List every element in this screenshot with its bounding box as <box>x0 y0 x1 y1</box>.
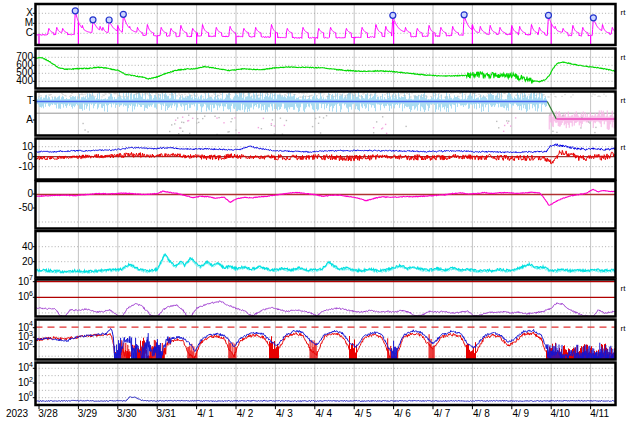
speckle <box>188 120 189 121</box>
flare-marker <box>72 8 78 14</box>
gray-speckle <box>462 96 463 97</box>
gray-speckle <box>370 95 371 96</box>
speckle <box>326 115 327 116</box>
gray-speckle <box>230 94 231 95</box>
gray-speckle <box>72 93 73 94</box>
speckle <box>230 121 231 122</box>
gray-speckle <box>286 95 287 96</box>
speckle <box>183 122 184 123</box>
speckle <box>274 125 275 126</box>
gray-speckle <box>83 94 84 95</box>
gray-speckle <box>592 96 593 97</box>
gray-speckle <box>342 95 343 96</box>
speckle <box>84 129 85 130</box>
gray-speckle <box>604 94 605 95</box>
speckle <box>82 123 83 124</box>
gray-speckle <box>534 93 535 94</box>
gray-speckle <box>49 94 50 95</box>
gray-speckle <box>259 95 260 96</box>
gray-speckle <box>543 95 544 96</box>
speckle <box>234 117 235 118</box>
gray-speckle <box>396 95 397 96</box>
gray-speckle <box>119 95 120 96</box>
gray-speckle <box>504 93 505 94</box>
gray-speckle <box>39 96 40 97</box>
gray-speckle <box>540 93 541 94</box>
y-axis-label: 0 <box>27 188 33 199</box>
gray-speckle <box>410 97 411 98</box>
gray-speckle <box>502 96 503 97</box>
gray-speckle <box>548 96 549 97</box>
x-axis-date-label: 4/10 <box>550 408 570 419</box>
speckle <box>174 123 175 124</box>
gray-speckle <box>497 96 498 97</box>
gray-speckle <box>341 94 342 95</box>
speckle <box>196 122 197 123</box>
gray-speckle <box>50 95 51 96</box>
gray-speckle <box>329 94 330 95</box>
gray-speckle <box>187 96 188 97</box>
gray-speckle <box>431 96 432 97</box>
gray-speckle <box>427 96 428 97</box>
gray-speckle <box>135 94 136 95</box>
gray-speckle <box>300 97 301 98</box>
gray-speckle <box>120 95 121 96</box>
gray-speckle <box>152 93 153 94</box>
gray-speckle <box>480 96 481 97</box>
gray-speckle <box>355 93 356 94</box>
speckle <box>271 123 272 124</box>
gray-speckle <box>349 94 350 95</box>
gray-speckle <box>82 93 83 94</box>
y-axis-label: T <box>27 94 33 105</box>
gray-speckle <box>179 93 180 94</box>
gray-speckle <box>407 93 408 94</box>
gray-speckle <box>505 93 506 94</box>
y-axis-label: 40 <box>22 240 34 251</box>
gray-speckle <box>500 97 501 98</box>
gray-speckle <box>182 94 183 95</box>
speckle <box>508 121 509 122</box>
gray-speckle <box>347 95 348 96</box>
gray-speckle <box>185 94 186 95</box>
speckle <box>231 118 232 119</box>
gray-speckle <box>51 94 52 95</box>
gray-speckle <box>421 96 422 97</box>
speckle <box>498 127 499 128</box>
gray-speckle <box>280 93 281 94</box>
gray-speckle <box>116 93 117 94</box>
gray-speckle <box>252 96 253 97</box>
gray-speckle <box>41 95 42 96</box>
speckle <box>175 120 176 121</box>
speckle <box>271 125 272 126</box>
x-axis-date-label: 4/ 5 <box>355 408 372 419</box>
gray-speckle <box>399 95 400 96</box>
gray-speckle <box>516 95 517 96</box>
gray-speckle <box>173 94 174 95</box>
rt-label: rt <box>621 324 627 333</box>
gray-speckle <box>323 95 324 96</box>
gray-speckle <box>460 93 461 94</box>
speckle <box>179 127 180 128</box>
gray-speckle <box>319 93 320 94</box>
gray-speckle <box>372 94 373 95</box>
gray-speckle <box>317 95 318 96</box>
gray-speckle <box>414 95 415 96</box>
gray-speckle <box>301 97 302 98</box>
speckle <box>319 116 320 117</box>
gray-speckle <box>309 96 310 97</box>
gray-speckle <box>554 93 555 94</box>
gray-speckle <box>346 97 347 98</box>
gray-speckle <box>285 94 286 95</box>
gray-speckle <box>571 96 572 97</box>
gray-speckle <box>555 96 556 97</box>
gray-speckle <box>66 96 67 97</box>
gray-speckle <box>81 94 82 95</box>
speckle <box>506 120 507 121</box>
gray-speckle <box>228 96 229 97</box>
gray-speckle <box>46 96 47 97</box>
gray-speckle <box>151 95 152 96</box>
gray-speckle <box>434 95 435 96</box>
gray-speckle <box>144 94 145 95</box>
gray-speckle <box>197 94 198 95</box>
gray-speckle <box>303 97 304 98</box>
